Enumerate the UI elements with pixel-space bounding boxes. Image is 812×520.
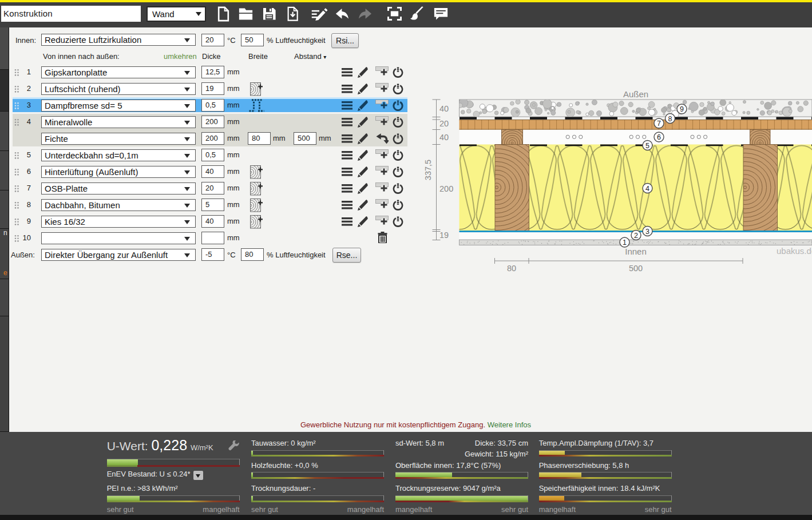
svg-text:1: 1	[623, 239, 627, 247]
svg-text:5: 5	[645, 142, 649, 150]
svg-text:8: 8	[668, 115, 672, 123]
svg-text:40: 40	[439, 104, 449, 113]
svg-text:Innen: Innen	[625, 247, 647, 256]
svg-text:4: 4	[645, 185, 649, 193]
svg-text:40: 40	[439, 133, 449, 142]
svg-text:80: 80	[507, 264, 516, 273]
svg-text:6: 6	[657, 133, 661, 141]
svg-text:337,5: 337,5	[423, 160, 433, 180]
svg-text:9: 9	[680, 105, 684, 113]
svg-text:ubakus.de: ubakus.de	[777, 246, 812, 256]
svg-text:3: 3	[645, 228, 649, 236]
svg-text:2: 2	[634, 232, 638, 240]
svg-text:19: 19	[439, 231, 449, 240]
svg-text:7: 7	[657, 120, 661, 128]
svg-text:200: 200	[439, 184, 453, 193]
svg-text:Außen: Außen	[623, 89, 648, 99]
svg-text:500: 500	[629, 264, 643, 273]
svg-text:20: 20	[439, 119, 449, 128]
